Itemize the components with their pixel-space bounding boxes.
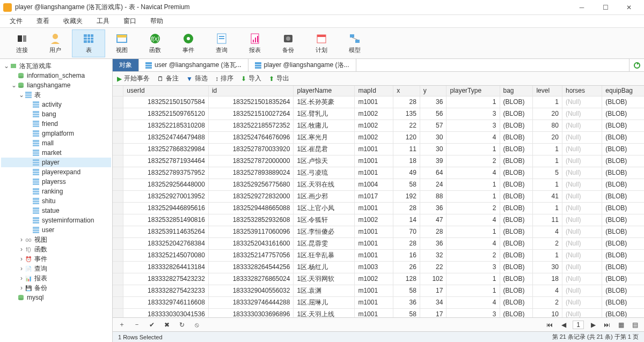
next-page-button[interactable]: ▶ <box>588 321 598 329</box>
table-row[interactable]: 183332826441318418333282645442561区.杨红儿m1… <box>113 261 644 273</box>
table-row[interactable]: 183252150976512018325215100272641区.臂乳儿m1… <box>113 108 644 120</box>
menu-window[interactable]: 窗口 <box>117 16 143 27</box>
delete-record-button[interactable]: － <box>132 320 142 329</box>
data-grid[interactable]: userIdidplayerNamemapIdxyplayerTypebagle… <box>113 86 644 317</box>
table-row[interactable]: 183252787193446418325278720000001区.卢惊天m1… <box>113 155 644 167</box>
col-y[interactable]: y <box>420 86 447 96</box>
table-statue[interactable]: statue <box>1 206 111 215</box>
col-level[interactable]: level <box>533 86 562 96</box>
menu-view[interactable]: 查看 <box>30 16 56 27</box>
commit-button[interactable]: ✔ <box>147 321 157 329</box>
table-row[interactable]: 183252944689561618325294486650881区.上官小凤m… <box>113 202 644 214</box>
node-views[interactable]: ›oo视图 <box>1 235 111 244</box>
node-backups[interactable]: ›💾备份 <box>1 283 111 293</box>
toolbar-plug[interactable]: 连接 <box>5 29 39 57</box>
table-row[interactable]: 183253285149081618325328529326081区.令狐轩m1… <box>113 214 644 226</box>
last-page-button[interactable]: ⏭ <box>602 321 612 329</box>
toolbar-report[interactable]: 报表 <box>238 29 272 57</box>
sync-button[interactable] <box>629 59 644 71</box>
table-playerss[interactable]: playerss <box>1 177 111 187</box>
svg-point-31 <box>18 76 24 78</box>
menu-favorites[interactable]: 收藏夹 <box>57 16 89 27</box>
table-activity[interactable]: activity <box>1 100 111 109</box>
toolbar-backup[interactable]: 备份 <box>272 29 305 57</box>
tab-user-table[interactable]: user @liangshangame (洛瓦... <box>139 59 248 71</box>
table-shitu[interactable]: shitu <box>1 196 111 206</box>
table-player[interactable]: player <box>1 158 111 167</box>
table-row[interactable]: 183252150150758418325215018352641区.长孙英豪m… <box>113 96 644 108</box>
table-row[interactable]: 183333030304153618333303036968961区.天羽上线m… <box>113 308 644 317</box>
table-row[interactable]: 183325204276838418332520431616001区.昆蓉雯m1… <box>113 237 644 249</box>
toolbar-fx[interactable]: f(x)函数 <box>138 29 172 57</box>
conn-root[interactable]: ⌄洛瓦游戏库 <box>1 61 111 71</box>
node-functions[interactable]: ›f()函数 <box>1 244 111 254</box>
node-reports[interactable]: ›📊报表 <box>1 273 111 283</box>
node-tables[interactable]: ⌄表 <box>1 90 111 100</box>
toolbar-user[interactable]: 用户 <box>39 29 72 57</box>
connection-tree[interactable]: ⌄洛瓦游戏库information_schema⌄liangshangame⌄表… <box>0 59 113 342</box>
memo-button[interactable]: 🗒 备注 <box>157 74 179 83</box>
table-row[interactable]: 183325214507008018332521477570561区.狂辛乱暴m… <box>113 249 644 261</box>
col-bag[interactable]: bag <box>500 86 533 96</box>
sort-button[interactable]: ↕ 排序 <box>215 74 233 83</box>
table-row[interactable]: 183252925644800018325292567756801区.天羽在线m… <box>113 179 644 190</box>
table-gmplatform[interactable]: gmplatform <box>1 129 111 138</box>
toolbar-schedule[interactable]: 计划 <box>305 29 338 57</box>
tab-objects[interactable]: 对象 <box>113 59 139 71</box>
table-ranking[interactable]: ranking <box>1 187 111 196</box>
col-horses[interactable]: horses <box>562 86 602 96</box>
toolbar-table[interactable]: 表 <box>72 29 105 57</box>
minimize-button[interactable]: ─ <box>570 0 594 15</box>
table-row[interactable]: 183252789375795218325278938890241区.弓凌琉m1… <box>113 167 644 179</box>
add-record-button[interactable]: ＋ <box>117 320 127 329</box>
table-row[interactable]: 183252786832998418325278700339201区.崔昆君m1… <box>113 143 644 155</box>
close-button[interactable]: ✕ <box>617 0 641 15</box>
table-mall[interactable]: mall <box>1 138 111 148</box>
export-button[interactable]: ⬆ 导出 <box>269 74 289 83</box>
refresh-button[interactable]: ↻ <box>177 321 187 329</box>
table-row[interactable]: 183332827542323218333282768650241区.天羽网软m… <box>113 273 644 285</box>
col-userId[interactable]: userId <box>123 86 209 96</box>
table-row[interactable]: 183252218531020818325221855723521区.牧庸儿m1… <box>113 120 644 131</box>
table-playerexpand[interactable]: playerexpand <box>1 167 111 177</box>
table-market[interactable]: market <box>1 148 111 158</box>
node-queries[interactable]: ›📄查询 <box>1 264 111 273</box>
table-user[interactable]: user <box>1 225 111 235</box>
table-row[interactable]: 183253911463526418325391170600961区.李恒傻必m… <box>113 226 644 237</box>
db-liangshangame[interactable]: ⌄liangshangame <box>1 80 111 90</box>
col-id[interactable]: id <box>208 86 294 96</box>
menu-file[interactable]: 文件 <box>3 16 29 27</box>
prev-page-button[interactable]: ◀ <box>559 321 568 329</box>
table-systeminformation[interactable]: systeminformation <box>1 215 111 225</box>
grid-view-button[interactable]: ▦ <box>616 321 626 329</box>
node-events[interactable]: ›⏰事件 <box>1 254 111 264</box>
db-information-schema[interactable]: information_schema <box>1 71 111 80</box>
table-row[interactable]: 183332974611660818333297464442881区.屈琳儿m1… <box>113 296 644 308</box>
begin-transaction-button[interactable]: ▶ 开始事务 <box>117 74 150 83</box>
col-equipBag[interactable]: equipBag <box>602 86 644 96</box>
toolbar-model[interactable]: 模型 <box>338 29 371 57</box>
db-mysql[interactable]: mysql <box>1 293 111 302</box>
first-page-button[interactable]: ⏮ <box>545 321 554 329</box>
maximize-button[interactable]: ☐ <box>594 0 617 15</box>
toolbar-event[interactable]: 事件 <box>172 29 205 57</box>
cancel-button[interactable]: ✖ <box>162 321 172 329</box>
table-row[interactable]: 183252927001395218325292728320001区.画少邪m1… <box>113 190 644 202</box>
table-row[interactable]: 183252474647948818325247646760961区.寒光月m1… <box>113 131 644 143</box>
col-mapId[interactable]: mapId <box>355 86 393 96</box>
col-x[interactable]: x <box>393 86 420 96</box>
filter-button[interactable]: ▼ 筛选 <box>186 74 208 83</box>
form-view-button[interactable]: ▤ <box>630 321 640 329</box>
menu-help[interactable]: 帮助 <box>144 16 170 27</box>
table-bang[interactable]: bang <box>1 109 111 119</box>
tab-player-table[interactable]: player @liangshangame (洛... <box>248 59 356 71</box>
import-button[interactable]: ⬇ 导入 <box>241 74 261 83</box>
col-playerType[interactable]: playerType <box>447 86 500 96</box>
table-row[interactable]: 183332827542323318333290405560321区.袁渊m10… <box>113 285 644 296</box>
table-friend[interactable]: friend <box>1 119 111 129</box>
toolbar-view[interactable]: 视图 <box>105 29 138 57</box>
stop-button[interactable]: ⦸ <box>192 321 202 329</box>
col-playerName[interactable]: playerName <box>294 86 355 96</box>
menu-tools[interactable]: 工具 <box>90 16 116 27</box>
toolbar-query[interactable]: 查询 <box>205 29 238 57</box>
